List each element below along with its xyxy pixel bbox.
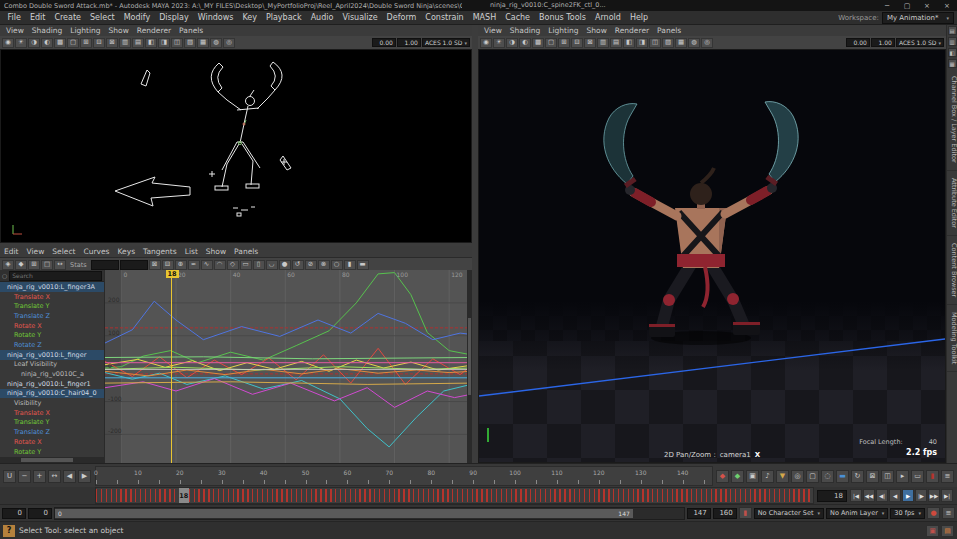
graph-vscrollbar[interactable] [467,270,472,463]
search-input[interactable] [9,271,102,281]
panel-menu-show[interactable]: Show [105,26,133,35]
field-chart-icon[interactable]: ▤ [132,38,144,48]
menu-select[interactable]: Select [85,13,119,22]
shadows-icon[interactable]: ◑ [506,38,518,48]
graph-playhead[interactable] [171,270,173,463]
panel-menu-panels[interactable]: Panels [175,26,207,35]
sidebar-tab-content-browser[interactable]: Content Browser [947,236,957,305]
safe-title-icon[interactable]: ◨ [158,38,170,48]
motion-blur-icon[interactable]: ▩ [54,38,66,48]
sidebar-tab-modeling-toolkit[interactable]: Modeling Toolkit [947,305,957,372]
view-transform-dropdown[interactable]: ACES 1.0 SD▾ [896,38,944,47]
tree-item[interactable]: Rotate X [0,321,104,331]
window-minimize-button[interactable]: ─ [877,0,897,11]
window-maximize-button[interactable]: ▢ [897,0,917,11]
range-slider[interactable]: 0 147 [54,507,685,520]
tree-item[interactable]: ninja_rig_v0010C_a [0,369,104,379]
gate-mask-icon[interactable]: ▥ [597,38,609,48]
panel-menu-panels[interactable]: Panels [653,26,685,35]
menu-visualize[interactable]: Visualize [338,13,382,22]
menu-windows[interactable]: Windows [193,13,238,22]
value-snap-icon[interactable]: ▬ [357,260,369,270]
snap-key-icon[interactable]: ▢ [806,470,819,483]
region-tool-icon[interactable]: □ [41,260,53,270]
safe-action-icon[interactable]: ◧ [145,38,157,48]
linear-tangent-icon[interactable]: ◇ [227,260,239,270]
renderer-select-icon[interactable]: ◉ [480,38,492,48]
film-gate-icon[interactable]: ⊟ [571,38,583,48]
window-close-button[interactable]: × [917,0,937,11]
tree-item[interactable]: Translate Y [0,301,104,311]
safe-action-icon[interactable]: ◧ [623,38,635,48]
gamma-field[interactable]: 1.00 [871,38,895,47]
tree-item[interactable]: Translate X [0,292,104,302]
tree-item[interactable]: ninja_rig_v0010:L_finger3A [0,282,104,292]
exposure-field[interactable]: 0.00 [846,38,870,47]
tree-item[interactable]: Rotate X [0,437,104,447]
time-slider[interactable]: 18 [95,487,814,504]
curve-graph-area[interactable]: 2001000-100-20002040608010012018 [105,270,472,463]
playback-start-field[interactable]: 0 [28,508,52,519]
time-snap-icon[interactable]: ▮ [344,260,356,270]
menu-display[interactable]: Display [155,13,194,22]
graph-menu-select[interactable]: Select [48,247,79,256]
frame-all-icon[interactable]: ⊠ [149,260,161,270]
set-key-icon[interactable]: ◆ [716,470,729,483]
menu-create[interactable]: Create [50,13,86,22]
clip-icon[interactable]: ▭ [911,470,924,483]
stats-time-field[interactable] [91,260,119,270]
graph-menu-show[interactable]: Show [202,247,230,256]
resolution-gate-icon[interactable]: ⊠ [106,38,118,48]
menu-bonus-tools[interactable]: Bonus Tools [535,13,591,22]
gate-mask-icon[interactable]: ▥ [119,38,131,48]
move-nearest-key-icon[interactable]: ◈ [2,260,14,270]
play-backwards-button[interactable]: ◀ [889,489,901,502]
loop-icon[interactable]: ↻ [851,470,864,483]
xray-icon[interactable]: ▨ [184,38,196,48]
current-frame-field[interactable]: 18 [817,490,847,502]
character-set-dropdown[interactable]: No Character Set ▾ [754,508,824,519]
dock-outliner-icon[interactable]: ▦ [948,59,957,68]
auto-tangent-icon[interactable]: ≈ [188,260,200,270]
spline-tangent-icon[interactable]: ∿ [201,260,213,270]
animation-start-field[interactable]: 0 [2,508,26,519]
exposure-field[interactable]: 0.00 [372,38,396,47]
free-tangent-weight-icon[interactable]: ○ [331,260,343,270]
cache-playback-icon[interactable]: ▬ [836,470,849,483]
workspace-dropdown[interactable]: My Animation* ▾ [882,12,954,24]
bookmark-icon[interactable]: ▼ [776,470,789,483]
motion-blur-icon[interactable]: ▩ [532,38,544,48]
dock-tool-settings-icon[interactable]: ◧ [948,48,957,57]
play-forwards-button[interactable]: ▶ [902,489,914,502]
pan-zoom-close-button[interactable]: X [755,451,760,459]
camera-settings-icon[interactable]: ▢ [545,38,557,48]
menu-key[interactable]: Key [238,13,262,22]
retime-tool-icon[interactable]: ↔ [54,260,66,270]
lattice-deform-keys-icon[interactable]: ⊞ [28,260,40,270]
unify-tangents-icon[interactable]: ⊗ [318,260,330,270]
insert-key-icon[interactable]: ◆ [15,260,27,270]
command-line-icon[interactable]: ▤ [941,525,954,537]
grid-icon[interactable]: ⊞ [558,38,570,48]
plateau-tangent-icon[interactable]: ◡ [266,260,278,270]
anim-layer-dropdown[interactable]: No Anim Layer ▾ [826,508,888,519]
left-viewport[interactable] [0,49,472,243]
tree-item[interactable]: Translate X [0,408,104,418]
break-tangents-icon[interactable]: ⊘ [305,260,317,270]
dock-channel-box-icon[interactable]: ▤ [948,26,957,35]
playblast-icon[interactable]: ⊠ [866,470,879,483]
main-window-close-button[interactable]: × [937,0,957,11]
tree-item[interactable]: ninja_rig_v0010:L_finger [0,350,104,360]
dock-attribute-editor-icon[interactable]: ▥ [948,37,957,46]
graph-menu-tangents[interactable]: Tangents [139,247,181,256]
graph-menu-view[interactable]: View [23,247,49,256]
gamma-field[interactable]: 1.00 [397,38,421,47]
graph-menu-keys[interactable]: Keys [114,247,140,256]
keying-group-icon[interactable]: ▣ [746,470,759,483]
view-transform-dropdown[interactable]: ACES 1.0 SD▾ [422,38,470,47]
step-forward-key-button[interactable]: ▶▶ [928,489,940,502]
menu-audio[interactable]: Audio [306,13,338,22]
menu-playback[interactable]: Playback [261,13,306,22]
isolate-select-icon[interactable]: ◎ [701,38,713,48]
zoom-out-icon[interactable]: − [18,470,31,483]
